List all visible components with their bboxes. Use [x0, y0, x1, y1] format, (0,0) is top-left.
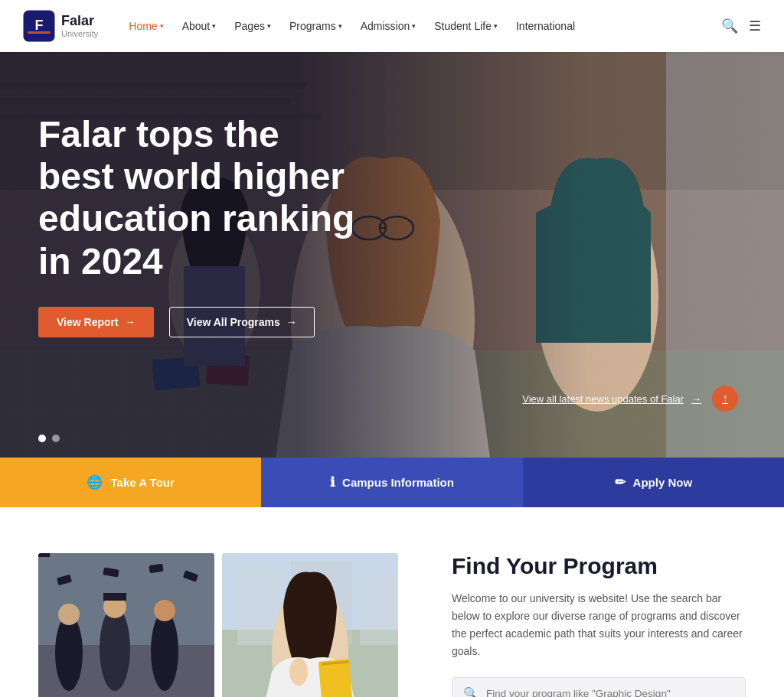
- hero-section: Falar tops the best world higher educati…: [0, 52, 784, 458]
- news-scroll-button[interactable]: ↑: [712, 386, 738, 412]
- hero-content: Falar tops the best world higher educati…: [0, 52, 398, 337]
- arrow-icon: →: [125, 316, 136, 328]
- nav-about[interactable]: About ▾: [175, 14, 224, 38]
- student-photo-svg: [222, 553, 398, 697]
- hero-carousel-dots: [38, 435, 60, 442]
- chevron-down-icon: ▾: [212, 22, 216, 30]
- hero-title: Falar tops the best world higher educati…: [38, 113, 360, 282]
- logo-subtitle: University: [61, 29, 98, 38]
- take-a-tour-cta[interactable]: 🌐 Take A Tour: [0, 458, 261, 507]
- logo-icon: F: [23, 10, 55, 42]
- main-nav: Home ▾ About ▾ Pages ▾ Programs ▾ Admiss…: [121, 14, 721, 38]
- svg-point-26: [58, 604, 80, 625]
- chevron-down-icon: ▾: [412, 22, 416, 30]
- nav-home[interactable]: Home ▾: [121, 14, 171, 38]
- cta-bar: 🌐 Take A Tour ℹ Campus Information ✏ App…: [0, 458, 784, 507]
- find-program-section: Find Your Program Welcome to our univers…: [452, 553, 746, 697]
- nav-pages[interactable]: Pages ▾: [227, 14, 279, 38]
- student-photo: [222, 553, 398, 697]
- photo-collage: [38, 553, 406, 697]
- below-section: Find Your Program Welcome to our univers…: [0, 507, 784, 697]
- program-search-bar[interactable]: 🔍: [452, 677, 746, 697]
- svg-rect-2: [28, 31, 51, 34]
- find-program-description: Welcome to our university is website! Us…: [452, 590, 746, 660]
- logo-name: Falar: [61, 14, 98, 29]
- svg-point-28: [100, 607, 130, 691]
- graduation-photo: [38, 553, 214, 697]
- nav-actions: 🔍 ☰: [721, 18, 761, 34]
- program-search-input[interactable]: [486, 688, 734, 697]
- nav-programs[interactable]: Programs ▾: [282, 14, 350, 38]
- chevron-down-icon: ▾: [494, 22, 498, 30]
- search-icon: 🔍: [463, 686, 479, 697]
- view-programs-button[interactable]: View All Programs →: [169, 307, 315, 337]
- arrow-right-icon: →: [691, 393, 701, 405]
- svg-text:F: F: [35, 18, 44, 33]
- svg-point-25: [55, 614, 83, 691]
- nav-student-life[interactable]: Student Life ▾: [426, 14, 505, 38]
- svg-rect-30: [103, 593, 126, 601]
- pencil-icon: ✏: [615, 474, 626, 490]
- arrow-icon: →: [286, 316, 297, 328]
- logo[interactable]: F Falar University: [23, 10, 98, 42]
- hero-buttons: View Report → View All Programs →: [38, 307, 360, 337]
- apply-now-cta[interactable]: ✏ Apply Now: [523, 458, 784, 507]
- carousel-dot-2[interactable]: [52, 435, 60, 442]
- news-link[interactable]: View all latest news updates of Falar → …: [522, 386, 738, 412]
- globe-icon: 🌐: [87, 474, 103, 490]
- svg-rect-27: [38, 553, 50, 557]
- info-icon: ℹ: [330, 474, 335, 490]
- logo-text: Falar University: [61, 14, 98, 38]
- find-program-title: Find Your Program: [452, 553, 746, 579]
- nav-international[interactable]: International: [508, 14, 583, 38]
- carousel-dot-1[interactable]: [38, 435, 46, 442]
- header: F Falar University Home ▾ About ▾ Pages …: [0, 0, 784, 52]
- svg-point-32: [154, 600, 175, 621]
- search-button[interactable]: 🔍: [721, 18, 738, 34]
- campus-info-cta[interactable]: ℹ Campus Information: [261, 458, 522, 507]
- chevron-down-icon: ▾: [267, 22, 271, 30]
- chevron-down-icon: ▾: [338, 22, 342, 30]
- svg-point-46: [289, 658, 308, 686]
- menu-button[interactable]: ☰: [749, 18, 761, 34]
- graduation-photo-svg: [38, 553, 214, 697]
- view-report-button[interactable]: View Report →: [38, 307, 154, 337]
- nav-admission[interactable]: Admission ▾: [353, 14, 424, 38]
- svg-point-31: [151, 611, 178, 691]
- svg-rect-41: [360, 576, 398, 645]
- chevron-down-icon: ▾: [160, 22, 164, 30]
